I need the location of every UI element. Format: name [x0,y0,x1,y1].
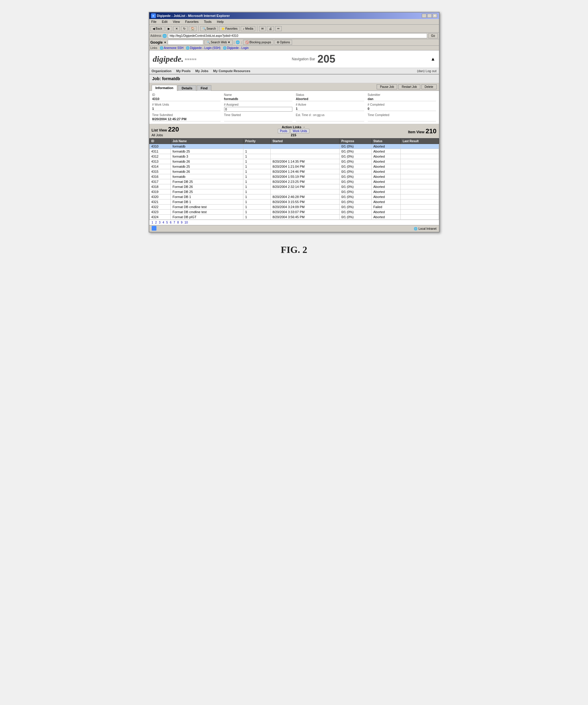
forward-button[interactable]: ▶ [165,26,172,31]
delete-button[interactable]: Delete [422,84,437,89]
status-icon [152,226,156,231]
menu-view[interactable]: View [172,19,181,24]
page-9[interactable]: 9 [181,221,183,224]
field-active: # Active 1 [296,103,364,111]
table-row[interactable]: 4324Format DB pIGT18/20/2004 3:56:45 PM0… [149,215,439,220]
menu-file[interactable]: File [150,19,158,24]
cell-2: 1 [243,194,271,199]
page-3[interactable]: 3 [159,221,160,224]
field-time-completed: Time Completed [368,113,436,122]
cell-6 [401,184,439,189]
tab-row: Information Details Find Pause Job Resta… [149,83,439,91]
tab-details[interactable]: Details [178,85,196,91]
menu-favorites[interactable]: Favorites [184,19,199,24]
cell-6 [401,144,439,149]
edit-button[interactable]: ✏ [275,26,282,31]
nav-my-pools[interactable]: My Pools [176,69,191,73]
table-row[interactable]: 4316formatdb18/20/2004 1:55:19 PM0/1 (0%… [149,174,439,179]
field-submitter: Submitter dan [368,93,436,101]
minimize-button[interactable]: _ [422,14,427,18]
search-button[interactable]: 🔍 Search [200,26,218,31]
cell-2: 1 [243,164,271,169]
cell-1: Format DB 25 [171,179,243,184]
navigation-bar-num: 205 [317,53,335,65]
menu-tools[interactable]: Tools [203,19,212,24]
restore-button[interactable]: □ [427,14,432,18]
col-started: Started [271,139,339,144]
cell-1: Format DB 1 [171,194,243,199]
table-row[interactable]: 4314formatdb 2518/20/2004 1:21:04 PM0/1 … [149,164,439,169]
stop-button[interactable]: ✕ [173,26,180,31]
cell-4: 0/1 (0%) [339,174,371,179]
table-row[interactable]: 4312formatdb 310/1 (0%)Aborted [149,154,439,159]
field-submitter-value: dan [368,97,436,101]
table-row[interactable]: 4317Format DB 2518/20/2004 2:23:25 PM0/1… [149,179,439,184]
jobs-table: ID Job Name Priority Started Progress St… [149,138,439,220]
blocking-popups-button[interactable]: 🚫 Blocking popups [243,40,273,45]
link-anemone-ssh[interactable]: 🌐 Anemone SSH [160,46,184,50]
go-button[interactable]: Go [428,33,438,38]
tab-information[interactable]: Information [152,85,178,91]
page-2[interactable]: 2 [155,221,157,224]
link-digipede-login-ssh[interactable]: 🌐 Digipede - Login (SSH) [186,46,220,50]
field-assigned-label: # Assigned [224,103,292,106]
table-row[interactable]: 4311formatdb 2510/1 (0%)Aborted [149,149,439,154]
back-button[interactable]: ◀ Back [150,26,164,31]
pools-button[interactable]: Pools [278,129,289,133]
cell-3: 8/20/2004 3:56:45 PM [271,215,339,220]
nav-my-jobs[interactable]: My Jobs [195,69,208,73]
google-dropdown-icon[interactable]: ▼ [164,41,166,44]
action-link-buttons: Pools Work Units [278,129,309,133]
table-row[interactable]: 4320Format DB 118/20/2004 2:46:28 PM0/1 … [149,194,439,199]
address-input[interactable] [168,33,427,38]
pause-job-button[interactable]: Pause Job [377,84,397,89]
page-4[interactable]: 4 [163,221,164,224]
refresh-button[interactable]: ↻ [181,26,188,31]
menu-help[interactable]: Help [216,19,225,24]
status-left [152,226,156,231]
cell-6 [401,159,439,164]
home-button[interactable]: 🏠 [189,26,196,31]
scroll-up-icon[interactable]: ▲ [431,56,435,62]
page-6[interactable]: 6 [170,221,172,224]
close-button[interactable]: ✕ [433,14,437,18]
page-8[interactable]: 8 [177,221,179,224]
table-row[interactable]: 4321Format DB 118/20/2004 3:15:55 PM0/1 … [149,199,439,204]
table-row[interactable]: 4323Format DB cmdline test18/20/2004 3:3… [149,209,439,215]
local-intranet-icon: 🌐 [414,227,417,230]
cell-1: Format DB pIGT [171,215,243,220]
cell-4: 0/1 (0%) [339,194,371,199]
cell-4: 0/1 (0%) [339,179,371,184]
link-digipede-login[interactable]: 🌐 Digipede - Login [223,46,249,50]
menu-edit[interactable]: Edit [161,19,168,24]
field-assigned-input[interactable] [224,107,292,111]
tab-find[interactable]: Find [197,85,211,91]
table-row[interactable]: 4313formatdb 2618/20/2004 1:14:35 PM0/1 … [149,159,439,164]
table-row[interactable]: 4315formatdb 2618/20/2004 1:24:46 PM0/1 … [149,169,439,174]
table-row[interactable]: 4318Format DB 2618/20/2004 2:32:14 PM0/1… [149,184,439,189]
options-button[interactable]: ⚙ Options [275,40,292,45]
separator-g2: | [241,41,242,44]
search-web-button[interactable]: 🔍 Search Web ▼ [204,40,233,45]
table-row[interactable]: 4319Format DB 2510/1 (0%)Aborted [149,189,439,194]
table-row[interactable]: 4322Format DB cmdline test18/20/2004 3:2… [149,204,439,209]
restart-job-button[interactable]: Restart Job [398,84,420,89]
page-1[interactable]: 1 [152,221,153,224]
nav-user-logout[interactable]: (dan) Log out [417,69,436,73]
google-search-input[interactable] [168,40,203,45]
nav-organization[interactable]: Organization [152,69,172,73]
nav-my-compute-resources[interactable]: My Compute Resources [213,69,250,73]
page-7[interactable]: 7 [174,221,176,224]
media-button[interactable]: ♪ Media [241,26,255,31]
print-button[interactable]: 🖨 [267,26,274,31]
work-units-button[interactable]: Work Units [291,129,309,133]
cell-1: formatdb 25 [171,149,243,154]
page-10[interactable]: 10 [185,221,188,224]
favorites-button[interactable]: ⭐ Favorites [219,26,240,31]
page-5[interactable]: 5 [166,221,168,224]
field-active-value: 1 [296,107,364,111]
table-row[interactable]: 4310formatdb0/1 (0%)Aborted [149,144,439,149]
field-est-time: Est. Time d : on:gg:us [296,113,364,122]
mail-button[interactable]: ✉ [259,26,266,31]
cell-2: 1 [243,184,271,189]
